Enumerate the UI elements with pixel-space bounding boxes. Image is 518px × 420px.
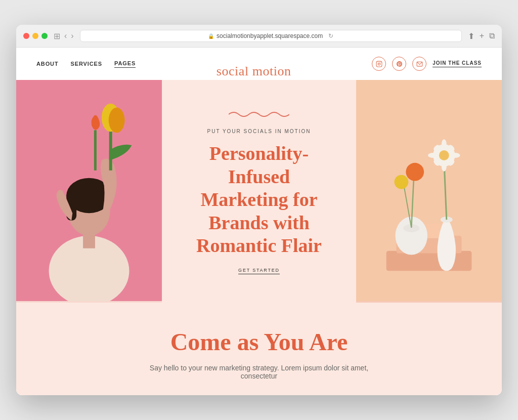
nav-right: JOIN THE CLASS	[372, 57, 482, 71]
tabs-icon[interactable]: ⧉	[489, 31, 495, 41]
lock-icon: 🔒	[208, 33, 214, 39]
svg-point-1	[378, 63, 380, 65]
forward-icon[interactable]: ›	[71, 31, 73, 41]
get-started-button[interactable]: GET STARTED	[238, 268, 280, 274]
hero-left-image	[16, 80, 162, 303]
back-icon[interactable]: ‹	[64, 31, 67, 41]
pinterest-icon[interactable]	[392, 57, 406, 71]
hero-center: PUT YOUR SOCIALS IN MOTION Personality-I…	[162, 80, 356, 303]
browser-controls: ⊞ ‹ ›	[54, 31, 74, 41]
close-button[interactable]	[23, 33, 29, 39]
wavy-decoration	[229, 108, 289, 120]
browser-actions: ⬆ + ⧉	[468, 31, 495, 41]
svg-point-2	[380, 62, 381, 62]
address-bar[interactable]: 🔒 socialmotionbyapplet.squarespace.com ↻	[80, 30, 462, 42]
website-content: ABOUT SERVICES PAGES social motion	[16, 48, 502, 395]
hero-subtitle: PUT YOUR SOCIALS IN MOTION	[207, 129, 311, 134]
share-icon[interactable]: ⬆	[468, 31, 474, 41]
nav-pages[interactable]: PAGES	[114, 60, 136, 68]
hero-right-image	[356, 80, 502, 303]
svg-rect-0	[376, 61, 382, 67]
browser-chrome: ⊞ ‹ › 🔒 socialmotionbyapplet.squarespace…	[16, 25, 502, 48]
minimize-button[interactable]	[32, 33, 38, 39]
subtext: Say hello to your new marketing strategy…	[133, 364, 385, 380]
svg-point-23	[439, 150, 449, 160]
nav-about[interactable]: ABOUT	[36, 61, 59, 67]
svg-point-12	[109, 108, 125, 133]
new-tab-icon[interactable]: +	[480, 31, 484, 41]
reload-icon[interactable]: ↻	[328, 32, 333, 39]
svg-point-35	[394, 175, 408, 189]
come-heading: Come as You Are	[36, 328, 482, 356]
svg-point-24	[442, 139, 447, 149]
svg-point-27	[450, 153, 460, 158]
svg-rect-9	[83, 233, 95, 248]
svg-rect-15	[386, 251, 472, 271]
maximize-button[interactable]	[41, 33, 48, 39]
nav-left: ABOUT SERVICES PAGES	[36, 60, 136, 68]
svg-rect-13	[94, 130, 97, 170]
hero-section: PUT YOUR SOCIALS IN MOTION Personality-I…	[16, 80, 502, 303]
traffic-lights	[23, 33, 48, 39]
brand-logo[interactable]: social motion	[217, 64, 291, 79]
section-come-as-you-are: Come as You Are Say hello to your new ma…	[16, 303, 502, 395]
svg-point-33	[406, 163, 424, 181]
svg-point-25	[442, 161, 447, 172]
navigation: ABOUT SERVICES PAGES social motion	[16, 48, 502, 80]
sidebar-toggle-icon[interactable]: ⊞	[54, 31, 60, 41]
email-icon[interactable]	[412, 57, 426, 71]
svg-point-26	[428, 153, 438, 158]
nav-services[interactable]: SERVICES	[71, 61, 102, 67]
browser-window: ⊞ ‹ › 🔒 socialmotionbyapplet.squarespace…	[16, 25, 502, 395]
instagram-icon[interactable]	[372, 57, 386, 71]
url-text: socialmotionbyapplet.squarespace.com	[217, 32, 323, 39]
join-class-button[interactable]: JOIN THE CLASS	[433, 60, 482, 67]
hero-heading: Personality-Infused Marketing for Brands…	[182, 142, 336, 258]
